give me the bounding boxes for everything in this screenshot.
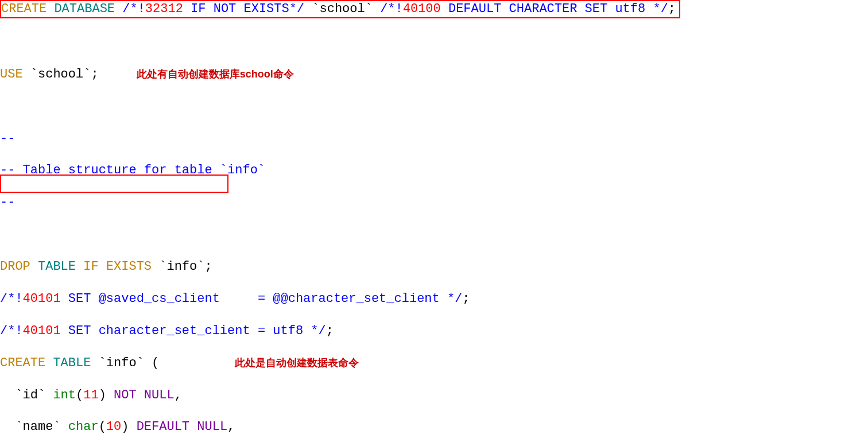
kw-create: CREATE (0, 356, 45, 370)
kw-table: TABLE (53, 356, 91, 370)
kw-not: NOT (114, 388, 137, 402)
sql-code-block: CREATE DATABASE /*!32312 IF NOT EXISTS*/… (0, 0, 868, 446)
kw-default: DEFAULT (137, 420, 189, 434)
annotation-create-table: 此处是自动创建数据表命令 (235, 357, 359, 369)
kw-table: TABLE (38, 259, 76, 274)
kw-null: NULL (197, 420, 227, 434)
annotation-create-database: 此处有自动创建数据库school命令 (137, 68, 294, 80)
comment-line: -- (0, 131, 868, 147)
comment-line: -- (0, 195, 868, 211)
kw-database: DATABASE (54, 2, 115, 16)
type-int: int (53, 388, 76, 402)
kw-null: NULL (144, 388, 175, 402)
type-char: char (68, 420, 99, 434)
kw-create: CREATE (1, 2, 46, 16)
create-database-highlight: CREATE DATABASE /*!32312 IF NOT EXISTS*/… (0, 0, 680, 18)
kw-drop: DROP (0, 259, 30, 274)
comment-line: -- Table structure for table `info` (0, 162, 868, 179)
kw-use: USE (0, 67, 23, 82)
